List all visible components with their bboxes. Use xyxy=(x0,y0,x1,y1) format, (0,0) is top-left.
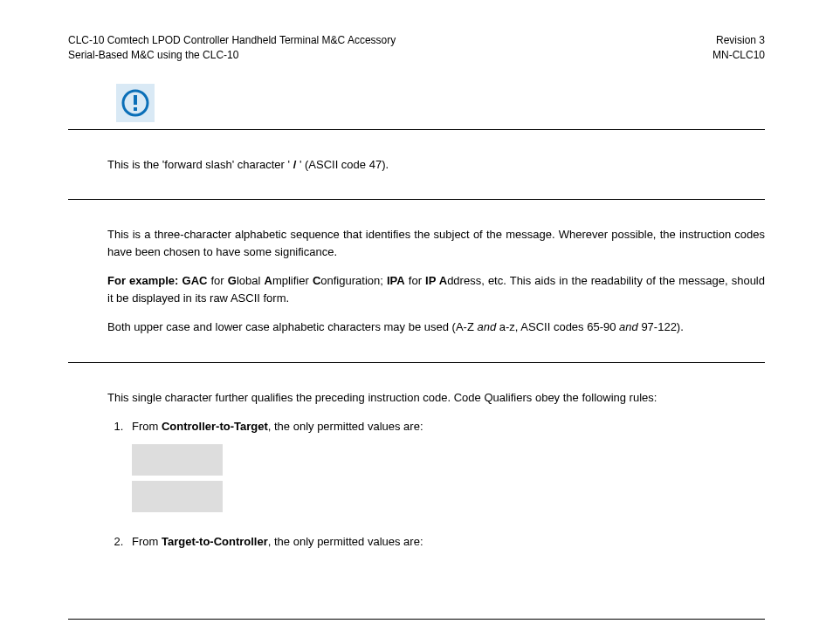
p3-mid: a-z, ASCII codes 65-90 xyxy=(496,320,619,333)
instruction-para1: This is a three-character alphabetic seq… xyxy=(107,226,765,260)
p3-and1: and xyxy=(477,320,496,333)
header-title-line1: CLC-10 Comtech LPOD Controller Handheld … xyxy=(68,33,396,48)
li2-bold: Target-to-Controller xyxy=(162,535,268,548)
qualifier-list: From Controller-to-Target, the only perm… xyxy=(107,418,765,550)
p2-onfig: onfiguration; xyxy=(320,274,387,287)
instruction-para2: For example: GAC for Global Amplifier Co… xyxy=(107,272,765,306)
notice-row xyxy=(68,84,765,122)
li1-post: , the only permitted values are: xyxy=(268,420,423,433)
header-docnum: MN-CLC10 xyxy=(713,48,765,63)
svg-rect-2 xyxy=(134,107,137,111)
li1-pre: From xyxy=(132,420,162,433)
section-forward-slash: This is the 'forward slash' character ' … xyxy=(68,130,765,200)
p3-post: 97-122). xyxy=(638,320,684,333)
p2-g: G xyxy=(228,274,237,287)
list-item-1: From Controller-to-Target, the only perm… xyxy=(127,418,765,512)
li1-bold: Controller-to-Target xyxy=(162,420,268,433)
text-pre: This is the 'forward slash' character ' xyxy=(107,158,293,171)
page-header: CLC-10 Comtech LPOD Controller Handheld … xyxy=(68,33,765,63)
value-box-2 xyxy=(132,481,223,512)
p3-pre: Both upper case and lower case alphabeti… xyxy=(107,320,477,333)
section-qualifier: This single character further qualifies … xyxy=(68,363,765,589)
value-box-1 xyxy=(132,444,223,476)
li2-pre: From xyxy=(132,535,162,548)
p2-c: C xyxy=(313,274,320,287)
p2-for2: for xyxy=(405,274,425,287)
p3-and2: and xyxy=(619,320,638,333)
text-post: ' (ASCII code 47). xyxy=(296,158,389,171)
header-left: CLC-10 Comtech LPOD Controller Handheld … xyxy=(68,33,396,63)
svg-rect-1 xyxy=(134,95,137,105)
qualifier-intro: This single character further qualifies … xyxy=(107,389,765,407)
p2-lobal: lobal xyxy=(237,274,265,287)
header-right: Revision 3 MN-CLC10 xyxy=(713,33,765,63)
header-title-line2: Serial-Based M&C using the CLC-10 xyxy=(68,48,396,63)
p2-ip: IP A xyxy=(425,274,447,287)
li2-post: , the only permitted values are: xyxy=(268,535,423,548)
instruction-para3: Both upper case and lower case alphabeti… xyxy=(107,319,765,336)
list-item-2: From Target-to-Controller, the only perm… xyxy=(127,533,765,551)
p2-mid1: for xyxy=(207,274,227,287)
divider-4 xyxy=(68,619,765,620)
p2-ipa: IPA xyxy=(387,274,405,287)
p2-pre: For example: GAC xyxy=(107,274,207,287)
important-icon xyxy=(116,84,155,122)
p2-mplifier: mplifier xyxy=(272,274,313,287)
p2-a: A xyxy=(265,274,272,287)
forward-slash-text: This is the 'forward slash' character ' … xyxy=(107,156,765,174)
section-instruction-code: This is a three-character alphabetic seq… xyxy=(68,200,765,362)
value-boxes xyxy=(132,444,765,512)
header-revision: Revision 3 xyxy=(713,33,765,48)
